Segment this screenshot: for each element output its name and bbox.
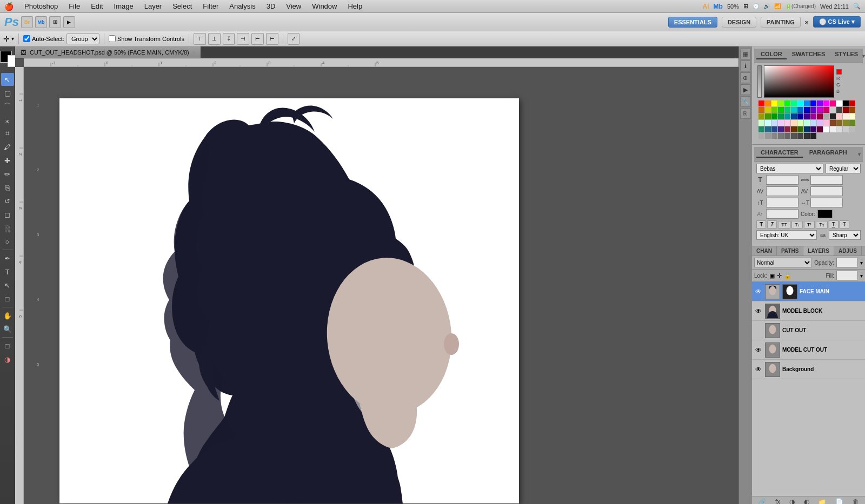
color-swatch-3[interactable] bbox=[778, 100, 784, 106]
search-icon[interactable]: 🔍 bbox=[853, 3, 861, 10]
layer-visibility-0[interactable]: 👁 bbox=[754, 288, 763, 295]
dodge-tool-btn[interactable]: ○ bbox=[1, 235, 14, 248]
color-swatch-36[interactable] bbox=[797, 113, 803, 119]
color-field[interactable] bbox=[764, 65, 834, 98]
color-swatch-22[interactable] bbox=[804, 107, 810, 113]
color-swatch-62[interactable] bbox=[771, 126, 777, 132]
color-swatch-27[interactable] bbox=[836, 107, 842, 113]
leading-input[interactable]: 5.42 pt bbox=[810, 175, 843, 185]
font-style-select[interactable]: Regular bbox=[826, 164, 861, 173]
history-brush-btn[interactable]: ↺ bbox=[1, 194, 14, 207]
color-swatch-45[interactable] bbox=[758, 120, 764, 126]
color-swatch-66[interactable] bbox=[797, 126, 803, 132]
style-bold-btn[interactable]: T bbox=[756, 220, 766, 229]
brush-tool-btn[interactable]: ✏ bbox=[1, 167, 14, 180]
layer-visibility-4[interactable]: 👁 bbox=[754, 366, 763, 373]
color-swatch-64[interactable] bbox=[784, 126, 790, 132]
menu-analysis[interactable]: Analysis bbox=[225, 1, 260, 11]
pen-tool-btn[interactable]: ✒ bbox=[1, 252, 14, 265]
color-swatch-24[interactable] bbox=[817, 107, 823, 113]
new-layer-btn[interactable]: 📄 bbox=[835, 498, 843, 504]
color-swatch-55[interactable] bbox=[823, 120, 829, 126]
color-swatch-25[interactable] bbox=[823, 107, 829, 113]
color-swatch-34[interactable] bbox=[784, 113, 790, 119]
lock-pos-icon[interactable]: ✛ bbox=[777, 272, 782, 279]
tab-close-btn[interactable]: × bbox=[192, 50, 195, 55]
baseline-input[interactable]: 0 pt bbox=[766, 209, 799, 219]
apple-menu[interactable]: 🍎 bbox=[4, 2, 14, 11]
actions-icon[interactable]: ▶ bbox=[740, 84, 751, 95]
color-swatch-75[interactable] bbox=[758, 133, 764, 139]
tab-paths[interactable]: PATHS bbox=[777, 246, 803, 256]
color-swatch-38[interactable] bbox=[810, 113, 816, 119]
path-selection-btn[interactable]: ↖ bbox=[1, 279, 14, 292]
tab-layers[interactable]: LAYERS bbox=[803, 246, 834, 256]
healing-brush-btn[interactable]: ✚ bbox=[1, 154, 14, 167]
color-swatch-40[interactable] bbox=[823, 113, 829, 119]
tab-paragraph[interactable]: PARAGRAPH bbox=[805, 148, 851, 158]
tab-adjustments[interactable]: ADJUS bbox=[834, 246, 862, 256]
color-swatch-37[interactable] bbox=[804, 113, 810, 119]
color-swatch-78[interactable] bbox=[778, 133, 784, 139]
add-mask-btn[interactable]: ◑ bbox=[789, 498, 795, 504]
color-swatch-46[interactable] bbox=[765, 120, 771, 126]
color-swatch-41[interactable] bbox=[830, 113, 836, 119]
new-group-btn[interactable]: 📁 bbox=[818, 498, 826, 504]
brightness-slider[interactable] bbox=[757, 65, 762, 98]
color-swatch-52[interactable] bbox=[804, 120, 810, 126]
menu-file[interactable]: File bbox=[64, 1, 84, 11]
tab-channels[interactable]: CHAN bbox=[752, 246, 777, 256]
layer-item-face-main[interactable]: 👁FACE MAIN bbox=[752, 282, 865, 301]
color-swatch-23[interactable] bbox=[810, 107, 816, 113]
layer-mask-thumb-0[interactable] bbox=[782, 284, 797, 299]
antialias-select[interactable]: Sharp bbox=[829, 230, 861, 240]
lock-all-icon[interactable]: 🔒 bbox=[784, 272, 791, 279]
color-swatch-18[interactable] bbox=[778, 107, 784, 113]
color-swatch-68[interactable] bbox=[810, 126, 816, 132]
menu-layer[interactable]: Layer bbox=[140, 1, 167, 11]
color-swatch-72[interactable] bbox=[836, 126, 842, 132]
color-swatch-13[interactable] bbox=[843, 100, 849, 106]
color-swatch-63[interactable] bbox=[778, 126, 784, 132]
canvas-document[interactable]: 1 2 3 4 5 bbox=[32, 88, 738, 504]
color-swatch-30[interactable] bbox=[758, 113, 764, 119]
style-super-btn[interactable]: T¹ bbox=[804, 221, 815, 229]
tracking-input[interactable] bbox=[810, 186, 843, 196]
new-adjustment-btn[interactable]: ◐ bbox=[804, 498, 809, 504]
tab-styles[interactable]: STYLES bbox=[830, 50, 862, 59]
color-swatch-83[interactable] bbox=[810, 133, 816, 139]
color-swatch-65[interactable] bbox=[791, 126, 797, 132]
color-swatch-9[interactable] bbox=[817, 100, 823, 106]
color-swatch-43[interactable] bbox=[843, 113, 849, 119]
color-swatch-39[interactable] bbox=[817, 113, 823, 119]
menu-photoshop[interactable]: Photoshop bbox=[20, 1, 62, 11]
style-strike-btn[interactable]: T bbox=[840, 220, 849, 229]
color-swatch-77[interactable] bbox=[771, 133, 777, 139]
align-left-btn[interactable]: ⊣ bbox=[237, 33, 249, 45]
text-color-swatch[interactable] bbox=[817, 210, 833, 218]
font-family-select[interactable]: Bebas bbox=[756, 164, 823, 173]
gradient-tool-btn[interactable]: ░ bbox=[1, 221, 14, 234]
quick-mask-btn[interactable]: ◑ bbox=[1, 353, 14, 366]
char-panel-collapse[interactable]: ▾ bbox=[858, 151, 861, 157]
lock-pixels-icon[interactable]: ▣ bbox=[769, 272, 775, 279]
hand-tool-btn[interactable]: ✋ bbox=[1, 309, 14, 322]
cs-live-btn[interactable]: ⚪ CS Live ▾ bbox=[813, 16, 861, 28]
color-swatch-11[interactable] bbox=[830, 100, 836, 106]
shape-tool-btn[interactable]: □ bbox=[1, 292, 14, 305]
essentials-btn[interactable]: ESSENTIALS bbox=[668, 17, 717, 28]
color-swatch-7[interactable] bbox=[804, 100, 810, 106]
color-swatch-42[interactable] bbox=[836, 113, 842, 119]
color-swatch-49[interactable] bbox=[784, 120, 790, 126]
color-panel-collapse[interactable]: ▾ bbox=[862, 53, 865, 59]
opacity-arrow[interactable]: ▾ bbox=[860, 260, 863, 266]
tab-masks[interactable]: MASKS bbox=[862, 246, 865, 256]
menu-edit[interactable]: Edit bbox=[86, 1, 107, 11]
color-swatch-31[interactable] bbox=[765, 113, 771, 119]
color-swatch-54[interactable] bbox=[817, 120, 823, 126]
color-swatch-71[interactable] bbox=[830, 126, 836, 132]
layer-visibility-1[interactable]: 👁 bbox=[754, 307, 763, 315]
color-swatch-10[interactable] bbox=[823, 100, 829, 106]
mode-select[interactable]: ⊞ bbox=[49, 16, 61, 28]
layer-item-model-block[interactable]: 👁MODEL BLOCK bbox=[752, 301, 865, 321]
